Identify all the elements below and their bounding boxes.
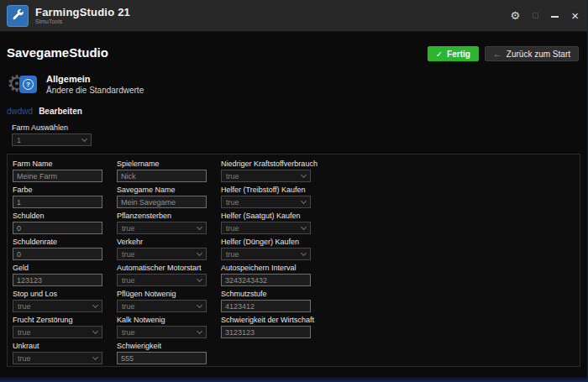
geld-input[interactable] xyxy=(13,274,102,286)
field-schwierigkeit-der-wirtschaft: Schwierigkeit der Wirtschaft xyxy=(221,316,311,338)
chevron-down-icon xyxy=(197,302,202,308)
field-schuldenrate: Schuldenrate xyxy=(13,238,102,260)
back-button-label: Zurück zum Start xyxy=(507,50,570,59)
form-column-1: Farm NameFarbeSchuldenSchuldenrateGeldSt… xyxy=(13,160,102,366)
farbe-input[interactable] xyxy=(13,196,102,208)
field-label-savegame-name: Savegame Name xyxy=(117,186,207,194)
window-bottom-edge xyxy=(0,377,587,382)
select-value: true xyxy=(122,276,135,285)
autospeichern-interval-input[interactable] xyxy=(221,274,311,286)
farm-name-input[interactable] xyxy=(13,170,102,182)
chevron-down-icon xyxy=(92,354,98,360)
field-automatischer-motorstart: Automatischer Motorstarttrue xyxy=(117,264,207,286)
section-title: Allgemein xyxy=(46,74,144,85)
finish-button[interactable]: ✓ Fertig xyxy=(428,46,479,61)
field-autospeichern-interval: Autospeichern Interval xyxy=(221,264,311,286)
field-helfer-dunger-kaufen: Helfer (Dünger) Kaufentrue xyxy=(221,238,311,260)
select-value: true xyxy=(18,354,31,363)
field-label-helfer-saatgut-kaufen: Helfer (Saatgut) Kaufen xyxy=(221,212,311,220)
chevron-down-icon xyxy=(301,198,307,204)
automatischer-motorstart-select[interactable]: true xyxy=(117,274,207,286)
field-schwierigkeit: Schwierigkeit xyxy=(117,342,207,364)
schwierigkeit-der-wirtschaft-input[interactable] xyxy=(221,326,311,338)
maximize-icon[interactable] xyxy=(533,13,538,18)
chevron-down-icon xyxy=(197,224,202,230)
farm-select-block: Farm Auswählen 1 xyxy=(0,116,587,146)
page-title: SavegameStudio xyxy=(7,46,108,60)
field-label-geld: Geld xyxy=(13,264,102,272)
select-value: true xyxy=(226,224,239,233)
edit-label: Bearbeiten xyxy=(39,107,82,116)
pflugen-notwenig-select[interactable]: true xyxy=(117,300,207,312)
schmutzstufe-input[interactable] xyxy=(221,300,311,312)
field-pflanzensterben: Pflanzensterbentrue xyxy=(117,212,207,234)
pflanzensterben-select[interactable]: true xyxy=(117,222,207,234)
section-header: ⚙ ? Allgemein Ändere die Standardwerte xyxy=(0,61,587,99)
helfer-saatgut-kaufen-select[interactable]: true xyxy=(221,222,311,234)
chevron-down-icon xyxy=(92,328,98,334)
field-label-stop-und-los: Stop und Los xyxy=(13,290,102,298)
field-label-frucht-zerstorung: Frucht Zerstörung xyxy=(13,316,102,324)
field-savegame-name: Savegame Name xyxy=(117,186,207,208)
check-icon: ✓ xyxy=(436,50,443,59)
field-label-unkraut: Unkraut xyxy=(13,342,102,350)
close-icon[interactable]: × xyxy=(571,10,579,22)
field-niedriger-kraftstoffverbrauch: Niedriger Kraftstoffverbrauchtrue xyxy=(221,160,311,182)
field-unkraut: Unkrauttrue xyxy=(13,342,102,364)
field-label-schwierigkeit: Schwierigkeit xyxy=(117,342,207,350)
select-value: true xyxy=(122,328,135,337)
profile-link[interactable]: dwdwd xyxy=(7,107,33,116)
app-title: FarmingStudio 21 xyxy=(35,7,130,18)
chevron-down-icon xyxy=(301,250,307,256)
field-frucht-zerstorung: Frucht Zerstörungtrue xyxy=(13,316,102,338)
section-subtitle: Ändere die Standardwerte xyxy=(46,85,144,96)
unkraut-select[interactable]: true xyxy=(13,352,102,364)
frucht-zerstorung-select[interactable]: true xyxy=(13,326,102,338)
profile-row: dwdwd Bearbeiten xyxy=(0,99,587,116)
field-label-kalk-notwenig: Kalk Notwenig xyxy=(117,316,207,324)
helfer-dunger-kaufen-select[interactable]: true xyxy=(221,248,311,260)
savegame-name-input[interactable] xyxy=(117,196,207,208)
app-title-block: FarmingStudio 21 SimuTools xyxy=(35,7,130,25)
chevron-down-icon xyxy=(81,136,87,142)
field-helfer-treibstoff-kaufen: Helfer (Treibstoff) Kaufentrue xyxy=(221,186,311,208)
stop-und-los-select[interactable]: true xyxy=(13,300,102,312)
farm-select[interactable]: 1 xyxy=(12,133,92,146)
app-subtitle: SimuTools xyxy=(35,18,130,25)
titlebar: FarmingStudio 21 SimuTools ⚙ × xyxy=(0,0,587,32)
select-value: true xyxy=(226,250,239,259)
kalk-notwenig-select[interactable]: true xyxy=(117,326,207,338)
settings-gear-icon[interactable]: ⚙ xyxy=(511,10,521,21)
schulden-input[interactable] xyxy=(13,222,102,234)
field-label-schmutzstufe: Schmutzstufe xyxy=(221,290,311,298)
back-to-start-button[interactable]: ← Zurück zum Start xyxy=(485,46,579,61)
verkehr-select[interactable]: true xyxy=(117,248,207,260)
field-label-farm-name: Farm Name xyxy=(13,160,102,168)
chevron-down-icon xyxy=(197,276,202,282)
schuldenrate-input[interactable] xyxy=(13,248,102,260)
select-value: true xyxy=(122,224,135,233)
field-label-farbe: Farbe xyxy=(13,186,102,194)
select-value: true xyxy=(226,172,239,181)
field-spielername: Spielername xyxy=(117,160,207,182)
schwierigkeit-input[interactable] xyxy=(117,352,207,364)
field-kalk-notwenig: Kalk Notwenigtrue xyxy=(117,316,207,338)
question-mark: ? xyxy=(23,79,34,90)
header-buttons: ✓ Fertig ← Zurück zum Start xyxy=(428,46,579,61)
chevron-down-icon xyxy=(197,250,202,256)
field-label-spielername: Spielername xyxy=(117,160,207,168)
minimize-icon[interactable] xyxy=(551,16,559,18)
select-value: true xyxy=(122,250,135,259)
spielername-input[interactable] xyxy=(117,170,207,182)
select-value: true xyxy=(226,198,239,207)
niedriger-kraftstoffverbrauch-select[interactable]: true xyxy=(221,170,311,182)
field-label-schulden: Schulden xyxy=(13,212,102,220)
field-pflugen-notwenig: Pflügen Notwenigtrue xyxy=(117,290,207,312)
field-label-automatischer-motorstart: Automatischer Motorstart xyxy=(117,264,207,272)
field-label-pflugen-notwenig: Pflügen Notwenig xyxy=(117,290,207,298)
general-settings-icon: ⚙ ? xyxy=(8,71,39,99)
helfer-treibstoff-kaufen-select[interactable]: true xyxy=(221,196,311,208)
form-column-2: SpielernameSavegame NamePflanzensterbent… xyxy=(117,160,207,366)
field-label-autospeichern-interval: Autospeichern Interval xyxy=(221,264,311,272)
chevron-down-icon xyxy=(301,172,307,178)
